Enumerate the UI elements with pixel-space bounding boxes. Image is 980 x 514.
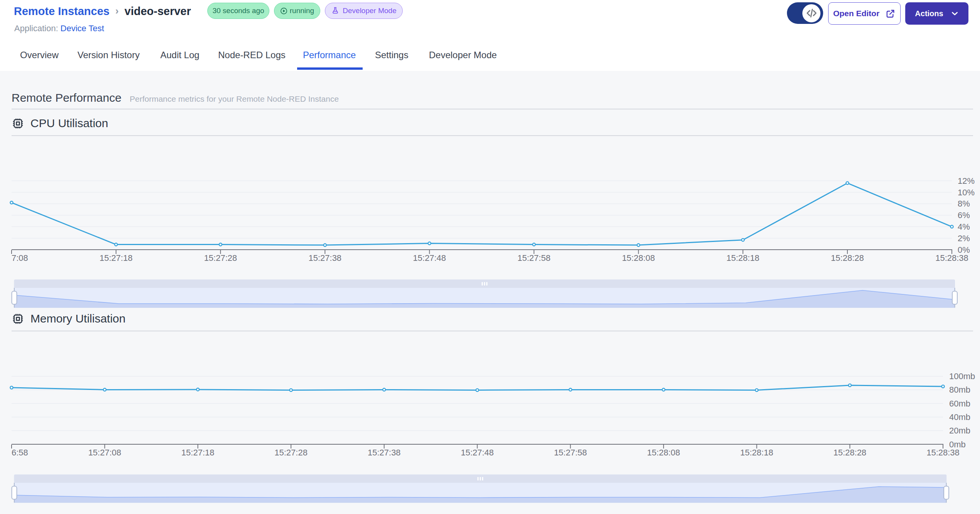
svg-text:7:08: 7:08 (12, 253, 28, 263)
svg-text:15:27:48: 15:27:48 (461, 448, 494, 457)
svg-text:80mb: 80mb (949, 385, 970, 395)
svg-text:40mb: 40mb (949, 412, 970, 422)
svg-text:20mb: 20mb (949, 426, 970, 435)
svg-text:15:28:18: 15:28:18 (726, 253, 760, 263)
svg-text:15:27:58: 15:27:58 (554, 448, 587, 457)
svg-text:15:27:18: 15:27:18 (99, 253, 133, 263)
svg-text:100mb: 100mb (949, 371, 975, 381)
svg-text:15:27:28: 15:27:28 (274, 448, 308, 457)
svg-text:15:27:48: 15:27:48 (413, 253, 446, 263)
svg-text:15:27:58: 15:27:58 (518, 253, 551, 263)
svg-text:15:27:18: 15:27:18 (182, 448, 215, 457)
svg-text:15:28:38: 15:28:38 (926, 448, 960, 457)
svg-text:12%: 12% (958, 176, 975, 186)
svg-text:15:28:28: 15:28:28 (831, 253, 864, 263)
svg-text:15:27:08: 15:27:08 (88, 448, 121, 457)
svg-text:8%: 8% (958, 199, 970, 208)
svg-text:60mb: 60mb (949, 399, 970, 408)
svg-text:0mb: 0mb (949, 440, 966, 449)
svg-text:15:28:18: 15:28:18 (740, 448, 773, 457)
svg-text:15:27:38: 15:27:38 (308, 253, 341, 263)
svg-text:4%: 4% (958, 222, 970, 232)
svg-text:10%: 10% (958, 188, 975, 197)
svg-text:15:28:38: 15:28:38 (935, 253, 968, 263)
svg-text:15:28:08: 15:28:08 (647, 448, 680, 457)
svg-text:6:58: 6:58 (12, 448, 28, 457)
svg-text:15:28:28: 15:28:28 (833, 448, 866, 457)
svg-text:15:28:08: 15:28:08 (622, 253, 655, 263)
svg-text:15:27:38: 15:27:38 (368, 448, 401, 457)
svg-text:6%: 6% (958, 210, 970, 220)
svg-text:15:27:28: 15:27:28 (204, 253, 237, 263)
svg-text:2%: 2% (958, 233, 970, 243)
svg-text:0%: 0% (958, 245, 970, 255)
